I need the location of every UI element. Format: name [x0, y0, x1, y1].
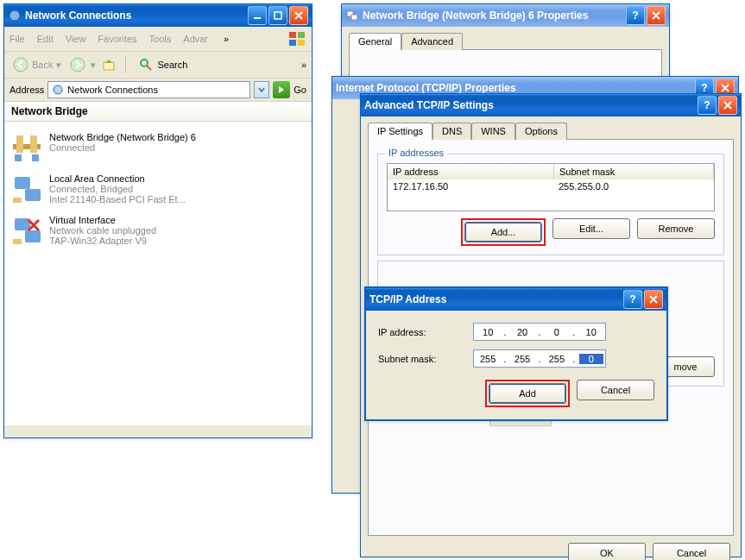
mask-oct-4[interactable]: 0: [579, 354, 603, 364]
virtual-icon: [11, 215, 42, 246]
adv-titlebar[interactable]: Advanced TCP/IP Settings ?: [361, 94, 741, 116]
address-dropdown[interactable]: [254, 81, 269, 98]
help-button[interactable]: ?: [623, 290, 642, 309]
ip-list[interactable]: IP address Subnet mask 172.17.16.50 255.…: [387, 163, 715, 211]
tab-advanced[interactable]: Advanced: [401, 33, 463, 50]
subnet-mask-label: Subnet mask:: [378, 354, 473, 364]
address-value: Network Connections: [67, 85, 158, 95]
menu-favorites[interactable]: Favorites: [98, 34, 136, 44]
close-button[interactable]: [644, 290, 663, 309]
subnet-mask-input[interactable]: 255. 255. 255. 0: [473, 349, 606, 368]
svg-rect-19: [25, 189, 41, 201]
lan-icon: [11, 173, 42, 204]
svg-point-0: [9, 10, 20, 21]
edit-ip-button[interactable]: Edit...: [552, 218, 630, 239]
close-button[interactable]: [647, 6, 666, 25]
dropdown-icon: ▾: [91, 60, 96, 71]
props-tabs: General Advanced: [342, 27, 669, 49]
item-status: Connected: [49, 142, 196, 153]
ip-oct-3[interactable]: 0: [545, 327, 569, 337]
tab-ip-settings[interactable]: IP Settings: [368, 123, 432, 140]
toolbar-divider: [125, 56, 126, 73]
forward-button[interactable]: [70, 57, 85, 72]
menu-more[interactable]: »: [224, 34, 229, 44]
svg-rect-20: [13, 198, 22, 203]
dlg-cancel-button[interactable]: Cancel: [577, 380, 654, 400]
svg-rect-16: [15, 154, 22, 161]
ip-address-label: IP address:: [378, 327, 473, 337]
add-ip-button[interactable]: Add...: [464, 222, 542, 242]
item-status: Connected, Bridged: [49, 184, 186, 194]
ip-address-input[interactable]: 10. 20. 0. 10: [473, 323, 606, 341]
item-detail: TAP-Win32 Adapter V9: [49, 236, 156, 246]
menu-advanced[interactable]: Advar: [183, 34, 208, 44]
tab-wins[interactable]: WINS: [471, 123, 515, 140]
mask-oct-2[interactable]: 255: [510, 354, 534, 364]
props-title: Network Bridge (Network Bridge) 6 Proper…: [363, 9, 588, 22]
mask-oct-1[interactable]: 255: [476, 354, 500, 364]
ip-row[interactable]: 172.17.16.50 255.255.0.0: [388, 179, 714, 193]
go-label: Go: [294, 85, 306, 95]
maximize-button[interactable]: [268, 6, 287, 25]
help-button[interactable]: ?: [698, 96, 717, 115]
item-detail: Intel 21140-Based PCI Fast Et...: [49, 194, 186, 204]
tab-options[interactable]: Options: [515, 123, 567, 140]
dlg-titlebar[interactable]: TCP/IP Address ?: [366, 288, 666, 311]
dlg-add-button[interactable]: Add: [489, 383, 566, 404]
connection-item-virtual[interactable]: Virtual Interface Network cable unplugge…: [8, 210, 308, 251]
minimize-button[interactable]: [248, 6, 267, 25]
close-button[interactable]: [718, 96, 737, 115]
ok-button[interactable]: OK: [568, 543, 646, 560]
tab-general[interactable]: General: [349, 33, 401, 50]
nc-titlebar[interactable]: Network Connections: [4, 4, 312, 27]
svg-point-7: [14, 58, 28, 72]
toolbar-more[interactable]: »: [301, 60, 306, 70]
go-button[interactable]: [273, 81, 290, 98]
item-title: Virtual Interface: [49, 215, 156, 225]
ip-oct-2[interactable]: 20: [510, 327, 534, 337]
tab-dns[interactable]: DNS: [432, 123, 471, 140]
col-mask[interactable]: Subnet mask: [554, 164, 714, 179]
help-button[interactable]: ?: [626, 6, 645, 25]
back-button[interactable]: Back ▾: [9, 55, 65, 74]
svg-rect-4: [298, 32, 305, 38]
svg-point-10: [141, 60, 148, 66]
menu-view[interactable]: View: [66, 34, 86, 44]
remove-ip-button[interactable]: Remove: [637, 218, 715, 239]
item-title: Local Area Connection: [49, 173, 186, 184]
close-button[interactable]: [289, 6, 308, 25]
add-highlight: Add: [485, 380, 570, 407]
svg-rect-21: [15, 218, 30, 230]
up-button[interactable]: [101, 57, 117, 72]
back-label: Back: [32, 60, 53, 70]
remove-label-peek: move: [674, 362, 698, 372]
connection-item-bridge[interactable]: Network Bridge (Network Bridge) 6 Connec…: [8, 127, 308, 168]
dlg-title: TCP/IP Address: [369, 293, 446, 305]
svg-rect-9: [104, 62, 114, 70]
cancel-button[interactable]: Cancel: [653, 543, 730, 560]
nc-title-text: Network Connections: [25, 9, 131, 22]
windows-logo-icon: [287, 29, 306, 48]
col-ip[interactable]: IP address: [388, 164, 554, 179]
menubar[interactable]: File Edit View Favorites Tools Advar »: [4, 27, 312, 52]
adv-tabs: IP Settings DNS WINS Options: [361, 116, 741, 139]
svg-rect-23: [13, 239, 22, 244]
network-icon: [52, 84, 64, 96]
address-input[interactable]: Network Connections: [47, 81, 250, 98]
menu-file[interactable]: File: [9, 34, 25, 44]
props-titlebar[interactable]: Network Bridge (Network Bridge) 6 Proper…: [342, 4, 669, 27]
ip-group-legend: IP addresses: [385, 148, 447, 158]
add-highlight: Add...: [461, 218, 546, 246]
ip-addresses-group: IP addresses IP address Subnet mask 172.…: [377, 154, 724, 255]
cell-ip: 172.17.16.50: [388, 179, 553, 193]
mask-oct-3[interactable]: 255: [545, 354, 569, 364]
connection-item-lan[interactable]: Local Area Connection Connected, Bridged…: [8, 168, 308, 210]
menu-edit[interactable]: Edit: [37, 34, 54, 44]
svg-rect-15: [30, 135, 37, 153]
menu-tools[interactable]: Tools: [149, 34, 172, 44]
ip-oct-4[interactable]: 10: [579, 327, 603, 337]
ip-oct-1[interactable]: 10: [476, 327, 500, 337]
ipp-title: Internet Protocol (TCP/IP) Properties: [336, 82, 516, 94]
search-button[interactable]: Search: [135, 55, 191, 74]
svg-rect-1: [254, 17, 261, 19]
